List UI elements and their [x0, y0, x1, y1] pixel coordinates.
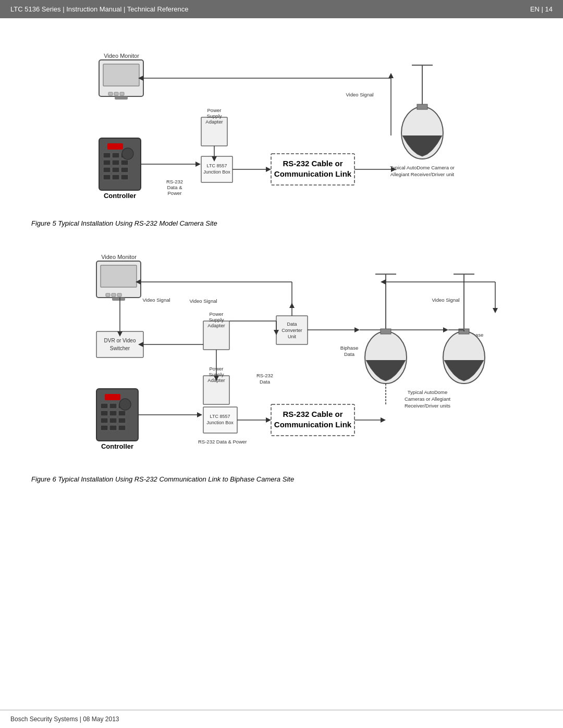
svg-text:RS-232: RS-232: [256, 373, 273, 378]
svg-text:Power: Power: [207, 107, 222, 113]
figure5-caption: Figure 5 Typical Installation Using RS-2…: [31, 219, 532, 227]
svg-point-20: [122, 148, 133, 159]
svg-rect-14: [103, 167, 111, 172]
page-footer: Bosch Security Systems | 08 May 2013: [0, 710, 563, 728]
svg-text:Typical AutoDome: Typical AutoDome: [408, 389, 448, 395]
svg-marker-123: [443, 327, 448, 332]
svg-text:Data: Data: [287, 322, 297, 327]
svg-text:Cameras or Allegiant: Cameras or Allegiant: [405, 396, 451, 402]
svg-text:Receiver/Driver units: Receiver/Driver units: [405, 403, 450, 409]
svg-text:Data &: Data &: [167, 184, 182, 190]
main-content: Video Monitor Controller RS-232 Data &: [0, 18, 563, 509]
svg-rect-49: [417, 104, 427, 109]
svg-rect-74: [109, 418, 117, 423]
figure6-caption: Figure 6 Typical Installation Using RS-2…: [31, 475, 532, 483]
svg-text:Allegiant Receiver/Driver unit: Allegiant Receiver/Driver unit: [390, 171, 455, 177]
svg-rect-8: [103, 153, 111, 158]
svg-text:Video Monitor: Video Monitor: [101, 254, 137, 260]
svg-text:Junction Box: Junction Box: [203, 169, 230, 175]
svg-rect-57: [106, 293, 110, 297]
svg-text:Adapter: Adapter: [205, 119, 223, 125]
svg-rect-75: [118, 418, 126, 423]
svg-text:RS-232 Cable or: RS-232 Cable or: [283, 159, 342, 168]
svg-text:Video Signal: Video Signal: [142, 297, 170, 303]
svg-text:LTC 8557: LTC 8557: [210, 414, 230, 419]
svg-marker-96: [266, 417, 271, 423]
footer-text: Bosch Security Systems | 08 May 2013: [10, 715, 119, 723]
svg-marker-121: [354, 327, 360, 332]
svg-rect-3: [108, 92, 113, 95]
svg-marker-44: [388, 73, 394, 78]
monitor-label: Video Monitor: [104, 53, 139, 59]
header-title: LTC 5136 Series | Instruction Manual | T…: [10, 5, 189, 13]
svg-text:Video Signal: Video Signal: [189, 298, 217, 304]
svg-rect-19: [121, 175, 128, 180]
svg-text:DVR or Video: DVR or Video: [104, 338, 136, 343]
svg-text:Data: Data: [260, 379, 271, 385]
svg-rect-12: [112, 160, 119, 165]
svg-rect-67: [101, 403, 108, 409]
svg-text:Switcher: Switcher: [110, 346, 130, 351]
svg-point-79: [119, 399, 131, 410]
svg-rect-77: [109, 425, 117, 430]
svg-text:Converter: Converter: [282, 328, 302, 333]
svg-marker-34: [266, 167, 271, 172]
figure5-block: Video Monitor Controller RS-232 Data &: [31, 44, 532, 227]
svg-marker-25: [195, 162, 201, 167]
svg-rect-5: [120, 92, 124, 95]
svg-text:Biphase: Biphase: [340, 345, 358, 351]
page-header: LTC 5136 Series | Instruction Manual | T…: [0, 0, 563, 18]
svg-text:Unit: Unit: [288, 334, 297, 339]
svg-text:LTC 8557: LTC 8557: [207, 163, 227, 168]
svg-rect-128: [381, 329, 391, 334]
svg-marker-83: [197, 412, 202, 417]
svg-rect-7: [107, 143, 123, 150]
svg-marker-149: [381, 279, 386, 285]
svg-rect-17: [103, 175, 111, 180]
svg-rect-2: [115, 96, 128, 100]
figure6-block: Video Monitor Video Signal DVR or Video …: [31, 248, 532, 483]
svg-rect-16: [121, 167, 128, 172]
header-page: EN | 14: [530, 5, 553, 13]
svg-rect-55: [101, 265, 137, 287]
svg-text:Typical AutoDome Camera or: Typical AutoDome Camera or: [390, 165, 455, 170]
svg-rect-70: [101, 411, 108, 416]
svg-rect-71: [109, 411, 117, 416]
svg-rect-9: [112, 153, 119, 158]
svg-rect-78: [118, 425, 126, 430]
svg-text:Adapter: Adapter: [207, 323, 225, 328]
controller-label1: Controller: [104, 192, 136, 200]
svg-text:Video Signal: Video Signal: [432, 297, 459, 303]
svg-rect-15: [112, 167, 119, 172]
svg-rect-58: [112, 293, 116, 297]
figure6-diagram: Video Monitor Video Signal DVR or Video …: [31, 248, 532, 467]
svg-rect-1: [103, 64, 139, 86]
svg-text:Communication Link: Communication Link: [274, 169, 352, 178]
svg-rect-73: [101, 418, 108, 423]
svg-rect-66: [105, 394, 120, 400]
svg-text:Junction Box: Junction Box: [206, 420, 234, 425]
svg-rect-13: [121, 160, 128, 165]
svg-text:Supply: Supply: [206, 113, 222, 119]
svg-rect-59: [117, 293, 121, 297]
svg-rect-76: [101, 425, 108, 430]
svg-text:RS-232 Cable or: RS-232 Cable or: [283, 410, 342, 418]
figure5-diagram: Video Monitor Controller RS-232 Data &: [31, 44, 532, 211]
svg-text:Power: Power: [168, 190, 182, 196]
svg-text:Video Signal: Video Signal: [346, 92, 373, 97]
svg-text:Supply: Supply: [209, 317, 224, 323]
svg-text:Power: Power: [210, 311, 224, 317]
svg-rect-72: [118, 411, 126, 416]
svg-rect-4: [114, 92, 118, 95]
svg-rect-11: [103, 160, 111, 165]
svg-rect-56: [112, 298, 125, 301]
svg-text:Data: Data: [344, 351, 355, 357]
svg-text:Communication Link: Communication Link: [274, 420, 352, 429]
svg-text:RS-232: RS-232: [166, 179, 183, 184]
svg-text:RS-232 Data & Power: RS-232 Data & Power: [198, 439, 247, 445]
svg-rect-18: [112, 175, 119, 180]
svg-rect-68: [109, 403, 117, 409]
svg-marker-151: [493, 308, 498, 313]
svg-text:Controller: Controller: [101, 442, 133, 450]
svg-marker-101: [381, 417, 386, 423]
